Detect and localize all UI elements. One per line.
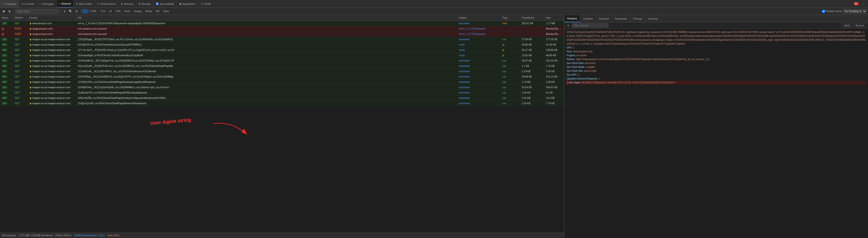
table-row[interactable]: 200 GET 🔒images-na.ssl-images-amazon.com… [0,63,564,69]
cell-transferred [521,31,545,37]
cell-transferred [521,26,545,31]
filter-js[interactable]: JS [107,9,114,13]
col-status[interactable]: Status [0,15,13,21]
disable-cache-label[interactable]: Disable Cache [822,10,842,13]
details-actions: ▼ Block Resend [564,22,868,29]
table-row[interactable]: ⊘ POST 🔒unagi.amazon.com com.amazon.csm.… [0,31,564,37]
cell-size: 23.3 KB [545,95,564,100]
cell-file: 61Fq6NVA-OL.js?AUIClients/AmazonUiJQuery… [76,42,458,47]
filter-images[interactable]: Images [132,9,144,13]
lock-icon: 🔒 [29,33,32,35]
dtab-timings[interactable]: Timings [630,15,645,22]
status-badge: 200 [1,43,7,46]
lock-icon: 🔒 [29,76,32,78]
application-icon: ▦ [179,2,181,5]
table-row[interactable]: 200 GET 🔒images-na.ssl-images-amazon.com… [0,95,564,101]
col-method[interactable]: Method [13,15,28,21]
tab-application[interactable]: ▦ Application [177,0,198,8]
settings-button[interactable]: ⚙ [74,9,79,13]
tab-memory[interactable]: ◈ Memory [118,0,136,8]
table-row[interactable]: 200 GET 🔒images-na.ssl-images-amazon.com… [0,48,564,53]
table-row[interactable]: 200 GET 🔒images-na.ssl-images-amazon.com… [0,37,564,42]
pause-button[interactable]: ⏸ [62,9,67,13]
table-row[interactable]: 200 GET 🔒images-na.ssl-images-amazon.com… [0,74,564,80]
table-row[interactable]: ⊘ POST 🔒unagi.amazon.com com.amazon.csm.… [0,26,564,31]
table-row[interactable]: 200 GET 🔒images-na.ssl-images-amazon.com… [0,101,564,106]
cell-method: GET [13,80,28,85]
filter-input[interactable] [15,9,59,14]
header-value: document [584,62,595,64]
dtab-security[interactable]: Security [645,15,661,22]
header-line: Referer: https://www.amazon.com/s?k=airp… [567,57,866,61]
record-button[interactable]: ⏺ [1,9,6,13]
dtab-headers[interactable]: Headers [564,15,581,22]
cell-type [501,31,521,37]
cell-type: css [501,37,521,42]
lock-icon: 🔒 [29,65,32,67]
header-key: Referer: [567,58,576,61]
table-row[interactable]: 200 GET 🔒www.amazon.com ref=sr_1_5?crid=… [0,21,564,26]
block-button[interactable]: Block [842,24,852,28]
divider-2 [60,9,61,13]
status-badge: 200 [1,91,7,94]
table-row[interactable]: 200 GET 🔒images-na.ssl-images-amazon.com… [0,90,564,95]
filter-headers-input[interactable] [572,23,609,28]
col-size[interactable]: Size [545,15,564,21]
tab-debugger[interactable]: ▷ Debugger [37,0,57,8]
filter-media[interactable]: Media [144,9,154,13]
search-button[interactable]: 🔍 [68,9,73,13]
resend-button[interactable]: Resend [854,24,866,28]
tab-console[interactable]: ⊡ Console [19,0,37,8]
table-row[interactable]: 200 GET 🔒images-na.ssl-images-amazon.com… [0,42,564,48]
tab-bar-left: ⬡ Inspector ⊡ Console ▷ Debugger ↕ Netwo… [0,0,852,8]
filter-other[interactable]: Other [161,9,171,13]
col-domain[interactable]: Domain [28,15,76,21]
tab-dom[interactable]: <> DOM [198,0,213,8]
tab-inspector[interactable]: ⬡ Inspector [0,0,19,8]
tab-network[interactable]: ↕ Network [57,0,73,8]
table-row[interactable]: 200 GET 🔒images-na.ssl-images-amazon.com… [0,69,564,74]
filter-ws[interactable]: WS [154,9,161,13]
throttle-select[interactable]: No Throttling ⇅ [843,9,867,13]
filter-html[interactable]: HTML [88,9,98,13]
tab-style-editor[interactable]: {} Style Editor [73,0,95,8]
cell-status: 200 [0,63,13,68]
clear-button[interactable]: 🗑 [7,9,12,13]
header-line: Sec-Fetch-Dest: document [567,61,866,65]
table-row[interactable]: 200 GET 🔒images-na.ssl-images-amazon.com… [0,85,564,90]
table-row[interactable]: 200 GET 🔒images-na.ssl-images-amazon.com… [0,80,564,85]
table-row[interactable]: 200 GET 🔒images-na.ssl-images-amazon.com… [0,58,564,63]
more-button[interactable]: ··· [860,1,866,6]
filter-css[interactable]: CSS [99,9,107,13]
toolbar-left: ⏺ 🗑 ⏸ 🔍 ⚙ All HTML CSS JS XHR Fonts Imag… [1,9,821,14]
tab-accessibility[interactable]: ♿ Accessibility [153,0,177,8]
main-layout: Status Method Domain File Initiator Type… [0,15,868,238]
cell-transferred: 29.80 KB [521,42,545,47]
filter-xhr[interactable]: XHR [114,9,122,13]
headers-collapse-button[interactable]: ▼ [566,24,570,27]
performance-icon: ◷ [97,2,99,5]
cell-transferred: 2.24 KB [521,101,545,106]
tab-performance[interactable]: ◷ Performance [95,0,118,8]
tab-memory-label: Memory [124,2,133,5]
header-value: navigate [585,66,595,68]
dtab-response[interactable]: Response [612,15,630,22]
dtab-request[interactable]: Request [596,15,612,22]
filter-fonts[interactable]: Fonts [123,9,132,13]
cell-transferred: 39.07 KB [521,58,545,63]
col-transferred[interactable]: Transferred [521,15,545,21]
memory-icon: ◈ [121,2,123,5]
col-file[interactable]: File [76,15,458,21]
accessibility-icon: ♿ [156,2,159,5]
table-row[interactable]: 200 GET 🔒images-na.ssl-images-amazon.com… [0,53,564,58]
col-type[interactable]: Type [501,15,521,21]
col-initiator[interactable]: Initiator [458,15,501,21]
disable-cache-checkbox[interactable] [822,10,825,13]
tab-accessibility-label: Accessibility [160,2,174,5]
cell-file: ref=sr_1_5?crid=17ZDJUIVOWUY&keywords=ai… [76,21,458,26]
cell-size: 91.40 KB [545,42,564,47]
dom-content-loaded: DOMContentLoaded: 7.29 s [74,234,104,237]
tab-storage[interactable]: ⊞ Storage [136,0,154,8]
dtab-cookies[interactable]: Cookies [580,15,596,22]
filter-all[interactable]: All [82,9,88,13]
